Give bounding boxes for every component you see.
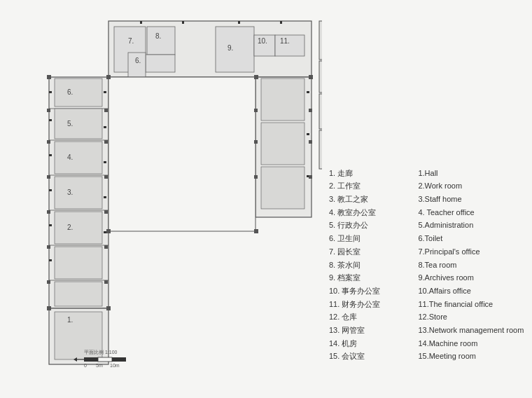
legend-en-item-5: 5.Administration (418, 219, 525, 232)
legend-cn-item-7: 7. 园长室 (329, 245, 411, 259)
svg-rect-8 (216, 27, 254, 72)
legend-cn-item-11: 11. 财务办公室 (329, 298, 411, 311)
floor-plan-area: 7. 8. 6. 9. 10. 11. 12. 13. 14. 15. 6. 5… (0, 0, 322, 398)
room-number-5: 5. (67, 120, 73, 128)
svg-rect-30 (49, 91, 52, 93)
svg-rect-52 (106, 229, 111, 233)
svg-rect-36 (104, 91, 106, 93)
svg-rect-22 (55, 212, 102, 244)
svg-rect-49 (106, 75, 111, 79)
svg-rect-76 (84, 357, 98, 362)
svg-rect-51 (309, 75, 313, 79)
legend-en-item-11: 11.The financial office (418, 298, 525, 311)
legend-en-item-7: 7.Principal's office (418, 245, 525, 259)
svg-rect-53 (254, 229, 258, 233)
svg-rect-77 (98, 357, 112, 362)
legend-cn-item-2: 2. 工作室 (329, 179, 411, 193)
svg-rect-82 (319, 21, 322, 60)
legend-en-item-13: 13.Network management room (418, 324, 525, 337)
svg-rect-37 (104, 126, 106, 128)
main-container: 7. 8. 6. 9. 10. 11. 12. 13. 14. 15. 6. 5… (0, 0, 532, 398)
legend-en-item-6: 6.Toilet (418, 232, 525, 245)
room-number-10: 10. (258, 37, 267, 45)
legend-cn-item-10: 10. 事务办公室 (329, 284, 411, 298)
svg-rect-56 (47, 109, 50, 112)
svg-rect-83 (319, 61, 322, 92)
svg-rect-46 (238, 21, 240, 24)
legend-en-item-1: 1.Hall (418, 167, 525, 180)
svg-rect-34 (49, 224, 52, 226)
svg-rect-7 (146, 55, 175, 72)
svg-rect-18 (55, 78, 102, 107)
legend-cn-item-5: 5. 行政办公 (329, 219, 411, 232)
svg-rect-65 (104, 210, 108, 214)
legend-cn-item-12: 12. 仓库 (329, 310, 411, 324)
legend-en-item-12: 12.Store (418, 310, 525, 324)
svg-rect-68 (309, 109, 312, 112)
svg-rect-20 (55, 142, 102, 174)
legend-en-item-4: 4. Teacher office (418, 206, 525, 219)
room-number-11: 11. (280, 37, 290, 45)
legend-en-item-8: 8.Tea room (418, 259, 525, 272)
svg-rect-33 (49, 189, 52, 191)
svg-rect-28 (108, 77, 255, 231)
legend-cn-item-4: 4. 教室办公室 (329, 206, 411, 219)
svg-rect-31 (49, 119, 52, 121)
room-number-4: 4. (67, 153, 73, 161)
svg-rect-61 (47, 280, 50, 284)
svg-rect-44 (140, 21, 142, 24)
svg-rect-21 (55, 177, 102, 209)
svg-rect-78 (112, 357, 126, 362)
svg-rect-25 (261, 78, 304, 121)
svg-rect-42 (307, 133, 309, 135)
legend-en-item-14: 14.Machine room (418, 337, 525, 350)
svg-rect-35 (49, 259, 52, 261)
svg-rect-84 (319, 94, 322, 129)
svg-rect-6 (147, 27, 175, 55)
legend-english-column: 1.Hall2.Work room3.Staff home4. Teacher … (418, 167, 525, 363)
svg-rect-73 (254, 175, 258, 179)
legend-cn-item-6: 6. 卫生间 (329, 232, 411, 245)
svg-text:10m: 10m (110, 363, 120, 368)
legend-cn-item-14: 14. 机房 (329, 337, 411, 350)
svg-rect-27 (261, 167, 304, 209)
legend-en-item-2: 2.Work room (418, 179, 525, 193)
legend-table: 1. 走廊2. 工作室3. 教工之家4. 教室办公室5. 行政办公6. 卫生间7… (329, 167, 525, 363)
room-number-2: 2. (67, 224, 73, 231)
svg-rect-24 (55, 282, 102, 306)
legend-cn-item-8: 8. 茶水间 (329, 259, 411, 272)
room-number-1: 1. (67, 316, 73, 324)
svg-rect-38 (104, 161, 106, 163)
scale-label: 平面比例 1:100 (84, 350, 118, 355)
svg-rect-71 (254, 109, 258, 112)
room-number-8: 8. (155, 32, 161, 40)
svg-rect-40 (104, 231, 106, 233)
svg-rect-85 (319, 130, 322, 169)
svg-rect-48 (47, 75, 51, 79)
svg-rect-55 (106, 306, 111, 310)
legend-cn-item-1: 1. 走廊 (329, 167, 411, 180)
svg-rect-45 (182, 21, 184, 24)
svg-rect-72 (254, 140, 258, 144)
legend-en-item-10: 10.Affairs office (418, 284, 525, 298)
svg-rect-32 (49, 154, 52, 156)
svg-rect-57 (47, 140, 50, 144)
svg-rect-70 (309, 175, 312, 179)
svg-rect-67 (104, 280, 108, 284)
svg-rect-50 (254, 75, 258, 79)
legend-cn-item-13: 13. 网管室 (329, 324, 411, 337)
svg-text:5m: 5m (96, 363, 103, 368)
svg-rect-19 (55, 109, 102, 139)
svg-rect-59 (47, 210, 50, 214)
legend-chinese-column: 1. 走廊2. 工作室3. 教工之家4. 教室办公室5. 行政办公6. 卫生间7… (329, 167, 411, 363)
room-number-9: 9. (227, 44, 233, 52)
svg-rect-54 (47, 306, 51, 310)
legend-en-item-9: 9.Archives room (418, 271, 525, 284)
svg-rect-64 (104, 175, 108, 179)
room-number-6-top: 6. (135, 57, 141, 64)
svg-rect-60 (47, 245, 50, 249)
room-number-6: 6. (67, 88, 73, 96)
svg-rect-62 (104, 109, 108, 112)
legend-cn-item-15: 15. 会议室 (329, 350, 411, 363)
legend-cn-item-9: 9. 档案室 (329, 271, 411, 284)
